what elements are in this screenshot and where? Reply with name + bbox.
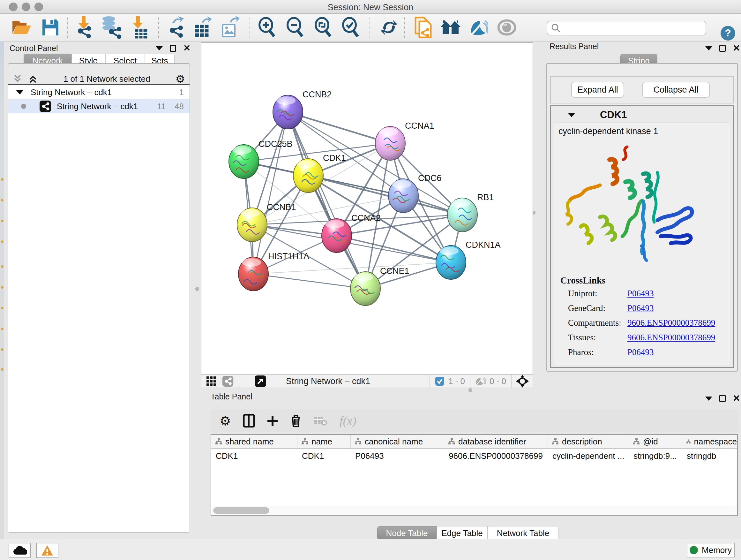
- crosslink-link[interactable]: P06493: [627, 289, 654, 303]
- help-icon[interactable]: ?: [720, 25, 736, 41]
- zoom-out-icon[interactable]: [283, 16, 307, 39]
- table-cell[interactable]: 9606.ENSP00000378699: [444, 449, 548, 463]
- show-columns-icon[interactable]: [243, 414, 255, 428]
- tab-node-table[interactable]: Node Table: [377, 526, 436, 540]
- table-settings-gear-icon[interactable]: ⚙: [219, 414, 231, 428]
- collapse-all-chevron-icon[interactable]: [12, 74, 23, 84]
- tab-network-table[interactable]: Network Table: [488, 526, 558, 540]
- results-panel-close-icon[interactable]: ✕: [733, 45, 740, 52]
- crosslink-link[interactable]: 9606.ENSP00000378699: [627, 333, 715, 348]
- table-cell[interactable]: CDK1: [297, 449, 351, 463]
- apply-layout-icon[interactable]: [378, 16, 401, 39]
- crosslink-label: GeneCard:: [568, 303, 627, 318]
- show-all-icon[interactable]: [495, 16, 518, 39]
- grid-view-icon[interactable]: [206, 376, 217, 387]
- table-panel-menu-icon[interactable]: [705, 396, 712, 401]
- delete-column-icon[interactable]: [290, 414, 301, 428]
- network-collection-row[interactable]: String Network – cdk1 1: [8, 85, 190, 99]
- control-panel-float-icon[interactable]: [170, 45, 176, 52]
- birdseye-view-icon[interactable]: [516, 375, 529, 388]
- table-panel-float-icon[interactable]: [719, 395, 726, 402]
- import-table-file-icon[interactable]: [128, 16, 151, 39]
- bottom-splitter-handle[interactable]: [468, 388, 472, 392]
- background-dot: [1, 178, 3, 181]
- cloud-status-button[interactable]: [9, 543, 31, 558]
- search-field[interactable]: [547, 21, 706, 36]
- column-header-id[interactable]: @id: [629, 435, 682, 448]
- open-file-icon[interactable]: [10, 16, 33, 39]
- save-session-icon[interactable]: [39, 16, 62, 39]
- table-panel-close-icon[interactable]: ✕: [733, 395, 740, 402]
- network-row[interactable]: String Network – cdk1 11 48: [8, 99, 190, 113]
- cloud-icon: [13, 546, 27, 555]
- node-label-CCNA1: CCNA1: [405, 121, 434, 131]
- node-CCNB1[interactable]: CCNB1: [237, 202, 296, 242]
- warning-status-button[interactable]: [36, 543, 58, 558]
- column-type-icon: [301, 438, 308, 445]
- selected-checkbox-icon[interactable]: [435, 376, 445, 386]
- table-cell[interactable]: CDK1: [211, 449, 297, 463]
- crosslink-label: Uniprot:: [568, 289, 627, 303]
- collapse-all-button[interactable]: Collapse All: [642, 82, 710, 98]
- node-CDK1[interactable]: CDK1: [293, 153, 346, 192]
- node-RB1[interactable]: RB1: [448, 192, 494, 232]
- results-panel-float-icon[interactable]: [719, 45, 726, 52]
- hide-selected-icon[interactable]: [467, 16, 490, 39]
- export-table-icon[interactable]: [191, 16, 214, 39]
- search-input[interactable]: [561, 23, 698, 33]
- zoom-selected-icon[interactable]: [339, 16, 362, 39]
- column-header-canonicalname[interactable]: canonical name: [351, 435, 444, 448]
- left-splitter-handle[interactable]: [195, 287, 199, 291]
- table-row[interactable]: CDK1CDK1P064939606.ENSP00000378699cyclin…: [211, 449, 737, 463]
- column-header-description[interactable]: description: [548, 435, 629, 448]
- node-label-CDKN1A: CDKN1A: [466, 240, 501, 250]
- edge-CCNB2-CCNE1: [288, 112, 365, 289]
- crosslink-link[interactable]: 9606.ENSP00000378699: [627, 318, 715, 333]
- expand-all-chevron-icon[interactable]: [27, 74, 38, 84]
- expand-all-button[interactable]: Expand All: [571, 82, 624, 98]
- table-horizontal-scrollbar[interactable]: [211, 506, 737, 515]
- table-cell[interactable]: cyclin-dependent ...: [548, 449, 629, 463]
- collection-expand-icon[interactable]: [16, 90, 23, 95]
- string-home-icon[interactable]: [439, 16, 462, 39]
- column-header-databaseidentifier[interactable]: database identifier: [444, 435, 548, 448]
- export-image-icon[interactable]: [218, 16, 241, 39]
- import-network-file-icon[interactable]: [73, 16, 96, 39]
- crosslink-link[interactable]: P06493: [627, 348, 654, 362]
- column-header-name[interactable]: name: [297, 435, 351, 448]
- open-in-browser-icon[interactable]: [412, 16, 434, 39]
- results-panel-menu-icon[interactable]: [705, 46, 712, 51]
- fit-content-icon[interactable]: [312, 16, 334, 39]
- network-canvas[interactable]: CCNB2CCNA1CDC25BCDK1CDC6RB1CCNB1CCNA2CDK…: [201, 43, 533, 375]
- node-label-HIST1H1A: HIST1H1A: [268, 252, 309, 261]
- table-cell[interactable]: P06493: [351, 449, 444, 463]
- detach-view-icon[interactable]: [254, 375, 267, 388]
- export-network-icon[interactable]: [165, 16, 188, 39]
- add-column-icon[interactable]: [267, 415, 278, 427]
- control-panel-menu-icon[interactable]: [156, 46, 163, 51]
- control-panel-close-icon[interactable]: ✕: [183, 45, 191, 52]
- column-header-sharedname[interactable]: shared name: [211, 435, 297, 448]
- import-network-database-icon[interactable]: [99, 16, 123, 39]
- current-network-dot-icon: [21, 104, 26, 109]
- node-CDKN1A[interactable]: CDKN1A: [436, 240, 501, 279]
- tab-edge-table[interactable]: Edge Table: [436, 526, 488, 540]
- network-options-gear-icon[interactable]: ⚙: [176, 72, 185, 85]
- crosslink-link[interactable]: P06493: [627, 303, 654, 318]
- column-header-namespace[interactable]: namespace: [682, 435, 737, 448]
- table-scrollbar-thumb[interactable]: [213, 507, 269, 514]
- memory-button[interactable]: Memory: [687, 543, 735, 557]
- node-table[interactable]: shared namenamecanonical namedatabase id…: [211, 434, 738, 516]
- table-cell[interactable]: stringdb: [682, 449, 737, 463]
- edge-CCNA2-CDKN1A: [337, 236, 451, 262]
- node-CDC25B[interactable]: CDC25B: [229, 139, 293, 179]
- search-icon: [551, 23, 561, 33]
- network-view-icon[interactable]: [222, 375, 234, 387]
- zoom-in-icon[interactable]: [255, 16, 278, 39]
- window-title: Session: New Session: [0, 3, 741, 12]
- table-cell[interactable]: stringdb:9...: [629, 449, 682, 463]
- node-CCNE1[interactable]: CCNE1: [350, 266, 409, 306]
- network-edge-count: 48: [175, 102, 184, 111]
- gene-collapse-icon[interactable]: [568, 113, 575, 117]
- node-CCNA1[interactable]: CCNA1: [375, 121, 434, 160]
